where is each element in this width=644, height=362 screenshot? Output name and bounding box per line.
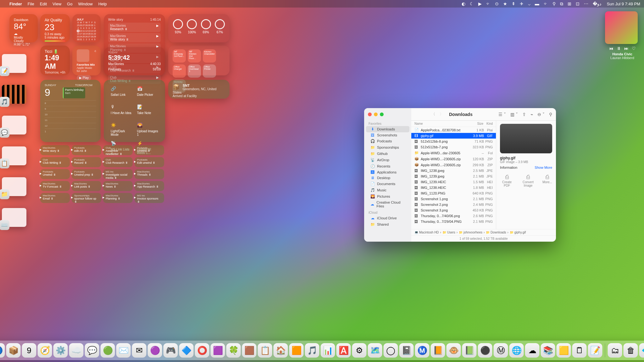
timer-tile[interactable]: ▶MacStoriesThreads ⏸: [135, 169, 164, 179]
wifi-icon[interactable]: ᯤ: [544, 1, 548, 6]
dock-app[interactable]: 🎵: [305, 343, 319, 358]
menu-file[interactable]: File: [28, 2, 34, 6]
menu-window[interactable]: Window: [78, 2, 92, 6]
file-row[interactable]: 🎞giphy.gif3.9 MBGIF: [411, 133, 496, 139]
file-row[interactable]: 🖼Thursday, 0...7/29/04.PNG2.1 MBPNG: [411, 219, 496, 224]
sidebar-item[interactable]: 📁Github: [366, 151, 409, 157]
path-segment[interactable]: 📁 Users: [442, 231, 455, 234]
dock-app[interactable]: ◯: [384, 343, 398, 358]
dock-app[interactable]: 📚: [541, 343, 555, 358]
menu-help[interactable]: Help: [98, 2, 107, 6]
menu-go[interactable]: Go: [67, 2, 72, 6]
status-icon[interactable]: ✈: [520, 1, 524, 6]
file-row[interactable]: 🖼Screenshot 1.png2.1 MBPNG: [411, 196, 496, 202]
dock-app[interactable]: 📗: [462, 343, 477, 358]
battery-icon[interactable]: ▬: [535, 1, 539, 6]
sidebar-item[interactable]: 🅰Applications: [366, 169, 409, 175]
file-row[interactable]: 📄ApplePodca...0230708.txt1 KBPlai: [411, 127, 496, 133]
timer-tile[interactable]: ▶MacStoriesNews ⏸: [103, 181, 133, 191]
quick-action[interactable]: ⎙Convert Image: [519, 174, 537, 187]
file-row[interactable]: 🖼IMG_1238.HEIC1.8 MBHEI: [411, 185, 496, 190]
shortcut-cell[interactable]: 🌄Upload Images 1: [135, 120, 161, 138]
shipment-widget[interactable]: 📦 SNT Greensboro, NC, United States Arri…: [168, 80, 230, 99]
dock-app[interactable]: 🟫: [242, 343, 257, 358]
sidebar-item[interactable]: ⬇Downloads: [366, 126, 409, 132]
sidebar-item[interactable]: 📁Sponsorships: [366, 144, 409, 151]
tag-button[interactable]: ⌁: [530, 112, 533, 117]
home-tile[interactable]: Office Charger: [173, 64, 186, 78]
dock-app[interactable]: 🔷: [179, 343, 194, 358]
dock-app[interactable]: ⭕: [195, 343, 209, 358]
share-button[interactable]: ⇪: [522, 112, 526, 117]
podcast-widget[interactable]: TODAY 5:39:42 MacStories4:40:33Podcasts5…: [104, 47, 165, 75]
path-segment[interactable]: 📁 johnvoorhees: [459, 231, 482, 234]
dock-app[interactable]: 🟣: [148, 343, 162, 358]
file-row[interactable]: 🖼512x512bb-8.png71 KBPNG: [411, 139, 496, 144]
timer-tile[interactable]: ▶ClubClub Research ⏸: [103, 157, 133, 167]
sidebar-item[interactable]: 📡AirDrop: [366, 157, 409, 163]
menu-view[interactable]: View: [53, 2, 61, 6]
file-row[interactable]: 🖼IMG_1120.PNG640 KBPNG: [411, 190, 496, 196]
dock-app[interactable]: 🏠: [274, 343, 288, 358]
sidebar-item[interactable]: ☁Creative Cloud Files: [366, 200, 409, 209]
timer-tile[interactable]: ▶ClubClub Writing ⏸: [40, 157, 70, 167]
timer-tile[interactable]: ▶MS IncInvoice sponsors ⏸: [135, 193, 164, 203]
sidebar-item[interactable]: 📁Shared: [366, 221, 409, 228]
dock-app[interactable]: ⚙︎: [352, 343, 367, 358]
zoom-button[interactable]: [380, 112, 384, 116]
quick-action[interactable]: ⎙More...: [542, 174, 552, 187]
minimize-button[interactable]: [374, 112, 378, 116]
dock-app[interactable]: 📊: [321, 343, 335, 358]
view-column-button[interactable]: ▥ ˅: [510, 112, 518, 117]
action-button[interactable]: ⊖ ˅: [537, 112, 545, 117]
dock-app[interactable]: 🟢: [101, 343, 115, 358]
stage-window[interactable]: ⌨️: [2, 208, 26, 227]
task-row[interactable]: MacStoriesWrite story ⏸▶: [108, 33, 161, 42]
timer-tile[interactable]: ▶PodcastsUnwind prep ⏸: [72, 169, 101, 179]
dock-app[interactable]: 🗂: [608, 343, 622, 358]
status-icon[interactable]: ᯤ: [486, 1, 491, 6]
dock-app[interactable]: ✉︎: [132, 343, 147, 358]
dock-app[interactable]: 9: [22, 343, 36, 358]
dock-app[interactable]: 🅰️: [336, 343, 351, 358]
close-button[interactable]: [368, 112, 372, 116]
shortcut-cell[interactable]: 🎙I Have An Idea: [108, 102, 135, 120]
dock-app[interactable]: 🎮: [164, 343, 178, 358]
dock-app[interactable]: 📝: [588, 343, 602, 358]
status-icon[interactable]: ⇞: [512, 1, 515, 6]
path-bar[interactable]: 💻 Macintosh HD›📁 Users›📁 johnvoorhees›📁 …: [411, 229, 556, 235]
weather-widget[interactable]: Davidson 84° ☁︎ Mostly Cloudy H:86° L:71…: [9, 14, 38, 42]
show-more-link[interactable]: Show More: [535, 166, 552, 169]
home-tile[interactable]: Kitchen Chandelier: [203, 49, 216, 63]
world-clock-widget[interactable]: Ticci 🔋 1:49 AM Tomorrow, +6h: [40, 46, 70, 75]
file-row[interactable]: 🖼IMG_1239.jpeg2.1 MBJPE: [411, 173, 496, 179]
clock[interactable]: Sun Jul 9 7:49 PM: [607, 2, 640, 6]
forward-button[interactable]: 〉: [440, 112, 443, 117]
file-row[interactable]: 🖼Screenshot 3.png453 KBPNG: [411, 207, 496, 213]
stage-window[interactable]: 💬: [2, 116, 26, 134]
status-icon[interactable]: ⊙: [495, 1, 499, 6]
back-button[interactable]: 〈: [431, 112, 435, 117]
shortcut-cell[interactable]: 🔗Safari Link: [108, 84, 135, 102]
dock-app[interactable]: 🗑: [624, 343, 638, 358]
calendar-day-widget[interactable]: SUNDAY TOMORROW 9 Pam's birthday8am 8910…: [40, 80, 101, 142]
dock-app[interactable]: 🟪: [211, 343, 225, 358]
timer-tile[interactable]: ▶PodcastsEdit unwind ⏸: [135, 157, 164, 167]
pause-button[interactable]: ⏸: [617, 46, 621, 51]
dock-app[interactable]: 🗺️: [368, 343, 382, 358]
status-icon[interactable]: ⋯: [584, 1, 588, 6]
status-icon[interactable]: ⊡: [576, 1, 580, 6]
menu-edit[interactable]: Edit: [40, 2, 47, 6]
shortcut-cell[interactable]: 📝Take Note: [135, 102, 161, 120]
mini-calendar-widget[interactable]: JULY SMTWTFS 2526272829301 2345678 91011…: [72, 14, 101, 42]
dock-app[interactable]: 🗒: [572, 343, 587, 358]
timer-tile[interactable]: ▶MS IncInvestigate social media ⏸: [103, 169, 133, 179]
timer-tile[interactable]: ▶MacStoriesPlanning ⏸: [103, 193, 133, 203]
next-button[interactable]: ⏭: [624, 46, 629, 51]
dock-app[interactable]: 💠: [639, 343, 644, 358]
dock-app[interactable]: ⚫: [478, 343, 492, 358]
status-icon[interactable]: ⊞: [568, 1, 571, 6]
dock-app[interactable]: ☁️: [69, 343, 84, 358]
air-quality-widget[interactable]: Air Quality 23 0.3 mi away 5 minutes ago: [40, 14, 70, 42]
status-icon[interactable]: ☾: [470, 1, 474, 6]
